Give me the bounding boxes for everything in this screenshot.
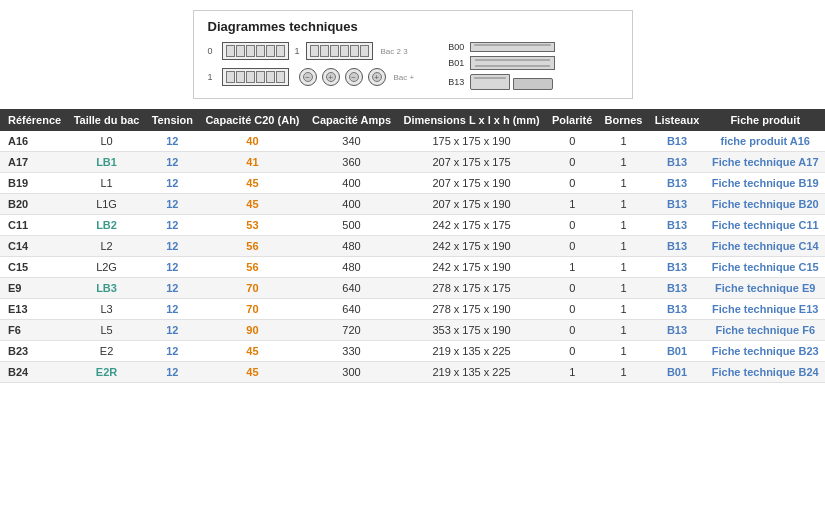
table-row: F6L51290720353 x 175 x 19001B13Fiche tec… (0, 320, 825, 341)
cell-fiche[interactable]: Fiche technique E9 (705, 278, 825, 299)
cell-taille: E2R (67, 362, 145, 383)
cell-bornes: 1 (598, 215, 648, 236)
cell-c20: 70 (199, 299, 306, 320)
b01-shape (470, 56, 555, 70)
cell-amps: 300 (306, 362, 397, 383)
right-diagrams: B00 B01 (442, 42, 555, 90)
cell-pol: 1 (546, 362, 599, 383)
col-c20: Capacité C20 (Ah) (199, 109, 306, 131)
cell-c20: 40 (199, 131, 306, 152)
circle-neg2: − (345, 68, 363, 86)
table-row: B24E2R1245300219 x 135 x 22511B01Fiche t… (0, 362, 825, 383)
cell-bornes: 1 (598, 362, 648, 383)
col-tension: Tension (146, 109, 200, 131)
dim-label-0: Bac 2 3 (381, 47, 408, 56)
cell-listeaux: B13 (649, 299, 706, 320)
cell-tension: 12 (146, 131, 200, 152)
cell-ref: F6 (0, 320, 67, 341)
cell-ref: B23 (0, 341, 67, 362)
cell-amps: 400 (306, 173, 397, 194)
cell-pol: 0 (546, 341, 599, 362)
cell-taille: L5 (67, 320, 145, 341)
cell-amps: 360 (306, 152, 397, 173)
cell-fiche[interactable]: Fiche technique C14 (705, 236, 825, 257)
table-row: A17LB11241360207 x 175 x 17501B13Fiche t… (0, 152, 825, 173)
cell-tension: 12 (146, 257, 200, 278)
cell-pol: 0 (546, 152, 599, 173)
cell-fiche[interactable]: Fiche technique E13 (705, 299, 825, 320)
cell-pol: 1 (546, 194, 599, 215)
cell-tension: 12 (146, 236, 200, 257)
cell-listeaux: B01 (649, 362, 706, 383)
cell-tension: 12 (146, 215, 200, 236)
diagram-section: Diagrammes techniques 0 (0, 0, 825, 109)
cell-taille: LB3 (67, 278, 145, 299)
cell-tension: 12 (146, 173, 200, 194)
cell-ref: B24 (0, 362, 67, 383)
cell-ref: E9 (0, 278, 67, 299)
cell-tension: 12 (146, 278, 200, 299)
cell-listeaux: B13 (649, 152, 706, 173)
cell-bornes: 1 (598, 173, 648, 194)
terminal-circles: − + − + (299, 68, 386, 86)
cell-fiche[interactable]: Fiche technique B19 (705, 173, 825, 194)
cell-amps: 340 (306, 131, 397, 152)
cell-taille: L1 (67, 173, 145, 194)
cell-pol: 0 (546, 278, 599, 299)
col-reference: Référence (0, 109, 67, 131)
cell-fiche[interactable]: Fiche technique B23 (705, 341, 825, 362)
cell-ref: A16 (0, 131, 67, 152)
label-b00: B00 (442, 42, 464, 52)
cell-tension: 12 (146, 152, 200, 173)
dim-label-1: Bac + (394, 73, 415, 82)
diagram-content: 0 1 (208, 42, 618, 90)
cell-dims: 242 x 175 x 190 (397, 257, 546, 278)
cell-fiche[interactable]: Fiche technique B20 (705, 194, 825, 215)
cell-bornes: 1 (598, 152, 648, 173)
cell-taille: L1G (67, 194, 145, 215)
cell-amps: 480 (306, 236, 397, 257)
table-row: B23E21245330219 x 135 x 22501B01Fiche te… (0, 341, 825, 362)
col-bornes: Bornes (598, 109, 648, 131)
table-header: Référence Taille du bac Tension Capacité… (0, 109, 825, 131)
col-taille: Taille du bac (67, 109, 145, 131)
cell-amps: 640 (306, 299, 397, 320)
cell-bornes: 1 (598, 278, 648, 299)
circle-neg: − (299, 68, 317, 86)
table-row: C15L2G1256480242 x 175 x 19011B13Fiche t… (0, 257, 825, 278)
cell-fiche[interactable]: Fiche technique C15 (705, 257, 825, 278)
diagram-row-1: 1 − (208, 68, 415, 86)
table-row: C11LB21253500242 x 175 x 17501B13Fiche t… (0, 215, 825, 236)
col-fiche: Fiche produit (705, 109, 825, 131)
cell-c20: 70 (199, 278, 306, 299)
batt-topview-0b (306, 42, 373, 60)
cell-fiche[interactable]: Fiche technique C11 (705, 215, 825, 236)
cell-dims: 175 x 175 x 190 (397, 131, 546, 152)
cell-taille: L0 (67, 131, 145, 152)
cell-listeaux: B13 (649, 320, 706, 341)
cell-pol: 0 (546, 236, 599, 257)
cell-listeaux: B13 (649, 173, 706, 194)
b13-shape (470, 74, 553, 90)
cell-dims: 207 x 175 x 190 (397, 194, 546, 215)
cell-c20: 41 (199, 152, 306, 173)
table-section: Référence Taille du bac Tension Capacité… (0, 109, 825, 383)
cell-listeaux: B13 (649, 278, 706, 299)
cell-fiche[interactable]: Fiche technique F6 (705, 320, 825, 341)
cell-c20: 45 (199, 362, 306, 383)
cell-dims: 242 x 175 x 190 (397, 236, 546, 257)
cell-fiche[interactable]: Fiche technique B24 (705, 362, 825, 383)
cell-tension: 12 (146, 320, 200, 341)
table-row: B20L1G1245400207 x 175 x 19011B13Fiche t… (0, 194, 825, 215)
cell-amps: 400 (306, 194, 397, 215)
cell-fiche[interactable]: fiche produit A16 (705, 131, 825, 152)
cell-fiche[interactable]: Fiche technique A17 (705, 152, 825, 173)
row-label-0: 0 (208, 46, 216, 56)
cell-bornes: 1 (598, 131, 648, 152)
header-row: Référence Taille du bac Tension Capacité… (0, 109, 825, 131)
cell-taille: L2 (67, 236, 145, 257)
table-row: E13L31270640278 x 175 x 19001B13Fiche te… (0, 299, 825, 320)
cell-taille: L2G (67, 257, 145, 278)
cell-ref: B19 (0, 173, 67, 194)
cell-bornes: 1 (598, 236, 648, 257)
